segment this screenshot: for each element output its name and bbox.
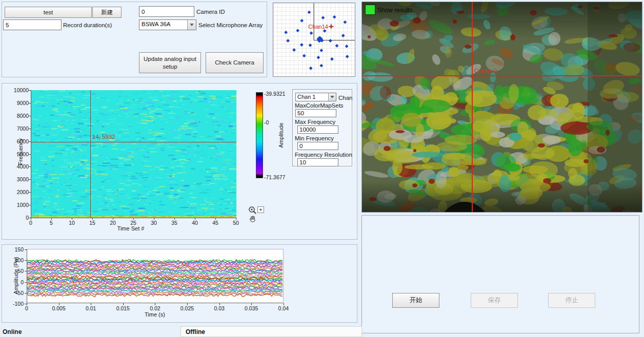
spectrogram-y-tick: 3000 — [8, 176, 29, 182]
camera-cursor-hline[interactable] — [362, 75, 642, 76]
axis-tick-mark — [29, 166, 31, 167]
mic-array-value: BSWA 36A — [139, 20, 187, 30]
axis-tick-mark — [92, 218, 93, 220]
spectrogram-y-tick: 1000 — [8, 202, 29, 208]
axis-tick-mark — [123, 303, 124, 305]
spectrogram-x-tick: 40 — [187, 220, 203, 226]
new-project-button[interactable]: 新建 — [92, 7, 122, 18]
colorbar-mid-label: -0 — [264, 119, 269, 125]
record-duration-input[interactable] — [3, 19, 62, 30]
max-frequency-label: Max Frequency — [295, 119, 335, 125]
axis-tick-mark — [29, 141, 31, 142]
waveform-y-tick: 150 — [6, 246, 24, 252]
axis-tick-mark — [284, 303, 284, 305]
waveform-x-tick: 0.005 — [48, 305, 70, 311]
axis-tick-mark — [195, 218, 195, 220]
zoom-plus-tool-icon[interactable]: + — [257, 206, 264, 213]
camera-image-panel[interactable]: Show results Cursor 0 — [361, 2, 642, 213]
spectrogram-plot-area[interactable]: 14, 5932 — [31, 90, 236, 218]
mic-array-scatter: Chan14 — [273, 3, 355, 76]
axis-tick-mark — [29, 192, 31, 193]
channel-select-value: Chan 1 — [296, 93, 328, 101]
mic-array-select[interactable]: BSWA 36A — [139, 19, 196, 30]
axis-tick-mark — [91, 303, 91, 305]
axis-tick-mark — [29, 179, 31, 180]
camera-id-label: Camera ID — [196, 9, 225, 15]
axis-tick-mark — [25, 282, 27, 283]
axis-tick-mark — [29, 154, 31, 155]
camera-cursor-vline[interactable] — [472, 2, 473, 212]
spectrogram-x-tick: 10 — [64, 220, 79, 226]
waveform-x-tick: 0 — [15, 305, 38, 311]
spectrogram-y-tick: 7000 — [8, 125, 29, 132]
spectrogram-cursor-vline[interactable] — [90, 90, 91, 218]
chevron-down-icon[interactable] — [187, 20, 196, 30]
mic-array-plot[interactable]: Chan14 — [273, 3, 355, 77]
show-results-checkbox[interactable] — [365, 5, 375, 15]
axis-tick-mark — [25, 293, 27, 293]
axis-tick-mark — [25, 271, 27, 271]
axis-tick-mark — [155, 303, 155, 305]
check-camera-button[interactable]: Check Camera — [206, 52, 264, 73]
zoom-tool-icon[interactable] — [248, 206, 257, 215]
axis-tick-mark — [31, 218, 31, 220]
waveform-xlabel: Time (s) — [134, 311, 175, 318]
waveform-y-tick: 0 — [6, 279, 24, 285]
spectrogram-y-tick: 2000 — [8, 189, 29, 195]
run-control-panel: 开始 保存 停止 — [361, 215, 639, 333]
axis-tick-mark — [29, 90, 31, 91]
axis-tick-mark — [236, 218, 236, 220]
axis-tick-mark — [29, 205, 31, 205]
spectrogram-x-tick: 50 — [228, 220, 244, 226]
spectrogram-xlabel: Time Set # — [105, 225, 156, 231]
spectrogram-x-tick: 5 — [44, 220, 59, 226]
pan-hand-tool-icon[interactable] — [249, 215, 257, 223]
axis-tick-mark — [154, 218, 154, 220]
min-frequency-input[interactable] — [297, 142, 338, 150]
spectrogram-y-tick: 6000 — [8, 138, 29, 144]
svg-text:Chan14: Chan14 — [308, 24, 328, 30]
frequency-resolution-input[interactable] — [297, 158, 338, 166]
waveform-traces — [27, 249, 283, 303]
spectrogram-controls-group: Chan 1 Chan MaxColorMapSets Max Frequenc… — [292, 89, 352, 166]
spectrogram-y-tick: 8000 — [8, 113, 29, 119]
colorbar-max-label: -39.9321 — [264, 91, 285, 97]
chevron-down-icon[interactable] — [328, 93, 336, 101]
spectrogram-x-tick: 45 — [208, 220, 223, 226]
offline-status-bar: Offline — [180, 326, 362, 337]
spectrogram-x-tick: 0 — [23, 220, 38, 226]
show-results-label: Show results — [377, 7, 413, 14]
spectrogram-y-tick: 10000 — [8, 87, 29, 93]
waveform-y-tick: 50 — [6, 268, 24, 274]
waveform-plot-area[interactable] — [27, 249, 284, 303]
spectrogram-x-tick: 35 — [167, 220, 182, 226]
axis-tick-mark — [133, 218, 134, 220]
camera-id-input[interactable] — [139, 6, 194, 17]
waveform-x-tick: 0.02 — [144, 305, 166, 311]
channel-select[interactable]: Chan 1 — [295, 93, 336, 101]
waveform-x-tick: 0.015 — [112, 305, 134, 311]
spectrogram-cursor-hline[interactable] — [31, 142, 236, 142]
waveform-x-tick: 0.01 — [79, 305, 102, 311]
offline-status-label: Offline — [186, 328, 205, 335]
project-name-field[interactable]: test — [5, 7, 92, 18]
frequency-resolution-label: Frequency Resolution — [295, 152, 352, 158]
spectrogram-colorbar — [256, 92, 263, 178]
axis-tick-mark — [113, 218, 113, 220]
max-frequency-input[interactable] — [297, 125, 338, 134]
waveform-x-tick: 0.03 — [208, 305, 231, 311]
axis-tick-mark — [29, 129, 31, 129]
online-status-label: Online — [3, 328, 22, 335]
start-button[interactable]: 开始 — [392, 293, 439, 308]
maxcolormapsets-input[interactable] — [295, 109, 336, 117]
min-frequency-label: Min Frequency — [295, 135, 334, 141]
axis-tick-mark — [27, 303, 27, 305]
update-analog-input-button[interactable]: Update analog input setup — [139, 52, 201, 73]
save-button[interactable]: 保存 — [471, 293, 518, 308]
axis-tick-mark — [251, 303, 252, 305]
stop-button[interactable]: 停止 — [548, 293, 595, 308]
record-duration-label: Record duration(s) — [63, 22, 112, 28]
settings-panel: test 新建 Record duration(s) Camera ID BSW… — [2, 2, 267, 77]
axis-tick-mark — [25, 260, 27, 261]
waveform-y-tick: -50 — [6, 290, 24, 296]
